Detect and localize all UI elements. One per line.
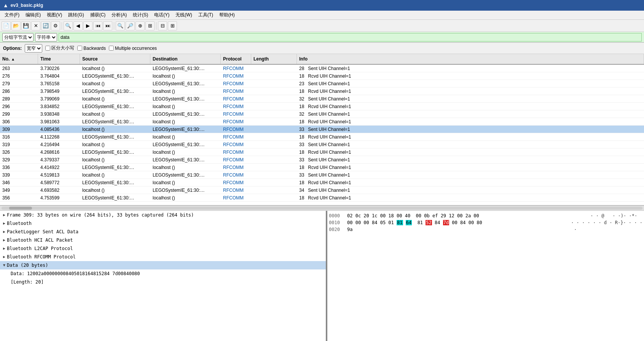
pkt-len (251, 72, 297, 80)
menu-view[interactable]: 视图(V) (44, 11, 65, 19)
pkt-time: 3.981063 (38, 118, 80, 125)
pkt-no: 349 (0, 186, 38, 194)
pkt-info: 32 Sent UIH Channel=1 (297, 110, 644, 118)
toolbar-go-first[interactable]: ⏮ (93, 21, 102, 30)
options-backwards[interactable]: Backwards (77, 46, 106, 51)
detail-l2cap[interactable]: ▶ Bluetooth L2CAP Protocol (0, 244, 326, 253)
detail-bluetooth[interactable]: ▶ Bluetooth (0, 219, 326, 228)
menu-edit[interactable]: 编辑(E) (22, 11, 44, 19)
toolbar-resize[interactable]: ⊞ (145, 21, 155, 30)
menu-analyze[interactable]: 分析(A) (108, 11, 130, 19)
col-header-protocol[interactable]: Protocol (221, 54, 251, 64)
pkt-no: 336 (0, 164, 38, 171)
toolbar-find[interactable]: 🔍 (64, 21, 73, 30)
hex-offset-0: 0000 (329, 212, 344, 219)
menu-goto[interactable]: 跳转(G) (65, 11, 87, 19)
toolbar-save[interactable]: 💾 (21, 21, 30, 30)
col-header-info[interactable]: Info (297, 54, 644, 64)
pkt-source: LEGOSystemIE_61:30:… (80, 103, 150, 110)
toolbar-columns[interactable]: ⊞ (168, 21, 177, 30)
packet-row[interactable]: 339 4.519813 localhost () LEGOSystemIE_6… (0, 171, 644, 179)
col-header-length[interactable]: Length (251, 54, 297, 64)
packet-details[interactable]: ▶ Frame 309: 33 bytes on wire (264 bits)… (0, 211, 327, 341)
pkt-dest: localhost () (150, 72, 221, 80)
toolbar-close[interactable]: ✕ (31, 21, 40, 30)
toolbar-reload[interactable]: 🔄 (41, 21, 50, 30)
pkt-len (251, 80, 297, 87)
toolbar-zoom-out[interactable]: 🔎 (126, 21, 135, 30)
pkt-len (251, 179, 297, 186)
col-header-time[interactable]: Time (38, 54, 80, 64)
packet-row[interactable]: 319 4.216494 localhost () LEGOSystemIE_6… (0, 141, 644, 148)
toolbar-back[interactable]: ◀ (73, 21, 83, 30)
detail-frame[interactable]: ▶ Frame 309: 33 bytes on wire (264 bits)… (0, 211, 326, 219)
toolbar-prefs[interactable]: ⚙ (51, 21, 60, 30)
pkt-len (251, 118, 297, 125)
packet-row[interactable]: 306 3.981063 LEGOSystemIE_61:30:… localh… (0, 118, 644, 126)
menu-help[interactable]: 帮助(H) (216, 11, 238, 19)
filter-input[interactable] (59, 33, 642, 41)
hex-row-0020: 0020 9a · (329, 226, 642, 233)
pkt-len (251, 171, 297, 178)
hex-row-0010: 0010 00 00 00 84 05 01 81 64 81 52 84 7d… (329, 219, 642, 226)
menu-stats[interactable]: 统计(S) (130, 11, 151, 19)
packet-row[interactable]: 316 4.112268 LEGOSystemIE_61:30:… localh… (0, 133, 644, 141)
packet-row[interactable]: 336 4.414922 LEGOSystemIE_61:30:… localh… (0, 164, 644, 171)
toolbar-open[interactable]: 📂 (11, 21, 21, 30)
pkt-info: 32 Sent UIH Channel=1 (297, 95, 644, 102)
pkt-dest: LEGOSystemIE_61:30:… (150, 95, 221, 102)
col-header-source[interactable]: Source (80, 54, 150, 64)
filter-type-select[interactable]: 分组字节流 (2, 33, 33, 41)
toolbar-grid[interactable]: ⊟ (158, 21, 167, 30)
detail-data[interactable]: ▼ Data (20 bytes) (0, 261, 326, 269)
options-multiple[interactable]: Multiple occurrences (109, 46, 157, 51)
detail-hci[interactable]: ▶ Bluetooth HCI ACL Packet (0, 236, 326, 244)
detail-packetlogger[interactable]: ▶ PacketLogger Sent ACL Data (0, 228, 326, 236)
packet-row[interactable]: 279 3.765158 localhost () LEGOSystemIE_6… (0, 80, 644, 88)
pkt-dest: LEGOSystemIE_61:30:… (150, 171, 221, 178)
packet-row[interactable]: 289 3.799069 localhost () LEGOSystemIE_6… (0, 95, 644, 103)
packet-row[interactable]: 296 3.834852 LEGOSystemIE_61:30:… localh… (0, 103, 644, 110)
filter-encoding-select[interactable]: 字符串 (35, 33, 57, 41)
pkt-proto: RFCOMM (221, 171, 251, 178)
pkt-no: 316 (0, 133, 38, 140)
packet-row[interactable]: 276 3.764804 LEGOSystemIE_61:30:… localh… (0, 72, 644, 80)
packet-row[interactable]: 299 3.938348 localhost () LEGOSystemIE_6… (0, 110, 644, 118)
pkt-time: 4.589772 (38, 179, 80, 186)
horizontal-scrollbar[interactable] (0, 206, 644, 211)
menu-wireless[interactable]: 无线(W) (172, 11, 195, 19)
filter-bar: 分组字节流 字符串 (0, 32, 644, 43)
pkt-len (251, 133, 297, 140)
toolbar-zoom-in[interactable]: 🔍 (116, 21, 125, 30)
options-width-select[interactable]: 宽窄 (25, 44, 42, 53)
packet-row[interactable]: 329 4.379337 localhost () LEGOSystemIE_6… (0, 156, 644, 164)
options-case-sensitive[interactable]: 区分大小写 (45, 45, 74, 51)
pkt-proto: RFCOMM (221, 118, 251, 125)
packet-row[interactable]: 326 4.268616 LEGOSystemIE_61:30:… localh… (0, 148, 644, 156)
pkt-len (251, 65, 297, 72)
pkt-dest: LEGOSystemIE_61:30:… (150, 141, 221, 148)
packet-row[interactable]: 356 4.753599 LEGOSystemIE_61:30:… localh… (0, 194, 644, 202)
menu-file[interactable]: 文件(F) (2, 11, 22, 19)
pkt-no: 339 (0, 171, 38, 178)
toolbar-new[interactable]: 📄 (2, 21, 11, 30)
menu-tools[interactable]: 工具(T) (195, 11, 216, 19)
toolbar-go-last[interactable]: ⏭ (103, 21, 112, 30)
toolbar-zoom-reset[interactable]: ⊕ (135, 21, 145, 30)
col-header-destination[interactable]: Destination (150, 54, 221, 64)
menu-phone[interactable]: 电话(Y) (151, 11, 172, 19)
packet-row[interactable]: 263 3.730226 localhost () LEGOSystemIE_6… (0, 65, 644, 72)
pkt-info: 33 Sent UIH Channel=1 (297, 156, 644, 163)
col-header-no[interactable]: No. ▲ (0, 54, 38, 64)
packet-row[interactable]: 349 4.693582 localhost () LEGOSystemIE_6… (0, 186, 644, 194)
packet-list[interactable]: 263 3.730226 localhost () LEGOSystemIE_6… (0, 65, 644, 206)
hex-dump[interactable]: 0000 02 0c 20 1c 00 18 00 40 00 0b ef 29… (327, 211, 644, 341)
packet-row[interactable]: 286 3.798549 LEGOSystemIE_61:30:… localh… (0, 88, 644, 95)
packet-row[interactable]: 346 4.589772 LEGOSystemIE_61:30:… localh… (0, 179, 644, 186)
packet-row[interactable]: 309 4.085436 localhost () LEGOSystemIE_6… (0, 126, 644, 133)
detail-rfcomm[interactable]: ▶ Bluetooth RFCOMM Protocol (0, 253, 326, 261)
pkt-source: LEGOSystemIE_61:30:… (80, 179, 150, 186)
pkt-source: LEGOSystemIE_61:30:… (80, 118, 150, 125)
toolbar-forward[interactable]: ▶ (83, 21, 92, 30)
menu-capture[interactable]: 捕获(C) (87, 11, 109, 19)
